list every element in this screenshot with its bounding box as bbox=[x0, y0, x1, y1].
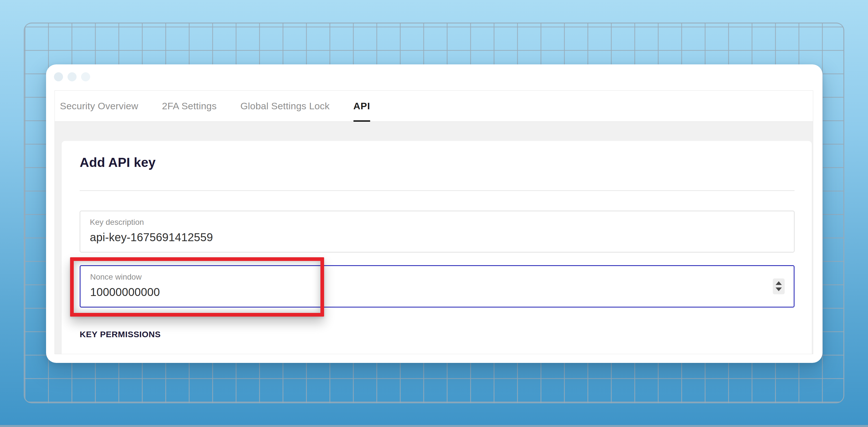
window-dot-maximize-icon[interactable] bbox=[81, 72, 90, 81]
title-divider bbox=[80, 190, 795, 191]
tab-2fa-settings[interactable]: 2FA Settings bbox=[162, 91, 216, 122]
api-panel: Add API key Key description api-key-1675… bbox=[55, 122, 813, 354]
page-title: Add API key bbox=[80, 141, 795, 170]
key-description-label: Key description bbox=[90, 218, 794, 227]
tab-security-overview[interactable]: Security Overview bbox=[60, 91, 138, 122]
stepper-down-icon[interactable] bbox=[776, 288, 782, 291]
tab-api[interactable]: API bbox=[353, 91, 370, 122]
window-controls bbox=[54, 72, 90, 81]
window-dot-minimize-icon[interactable] bbox=[67, 72, 76, 81]
window-dot-close-icon[interactable] bbox=[54, 72, 63, 81]
key-description-input[interactable]: Key description api-key-1675691412559 bbox=[80, 211, 795, 253]
nonce-window-input[interactable]: Nonce window 10000000000 bbox=[80, 265, 795, 307]
settings-content: Security Overview 2FA Settings Global Se… bbox=[55, 90, 813, 354]
desktop-background: Security Overview 2FA Settings Global Se… bbox=[0, 0, 868, 427]
stepper-up-icon[interactable] bbox=[776, 281, 782, 285]
add-api-key-form: Add API key Key description api-key-1675… bbox=[62, 141, 812, 339]
add-api-key-card: Add API key Key description api-key-1675… bbox=[62, 141, 812, 354]
browser-window: Security Overview 2FA Settings Global Se… bbox=[46, 64, 823, 363]
background-bottom-line bbox=[0, 425, 868, 427]
settings-tabbar: Security Overview 2FA Settings Global Se… bbox=[55, 91, 813, 122]
nonce-window-value: 10000000000 bbox=[90, 285, 794, 299]
number-stepper bbox=[773, 278, 785, 294]
key-permissions-heading: KEY PERMISSIONS bbox=[80, 330, 795, 339]
nonce-window-label: Nonce window bbox=[90, 272, 794, 282]
tab-global-settings-lock[interactable]: Global Settings Lock bbox=[241, 91, 330, 122]
key-description-value: api-key-1675691412559 bbox=[90, 230, 794, 244]
